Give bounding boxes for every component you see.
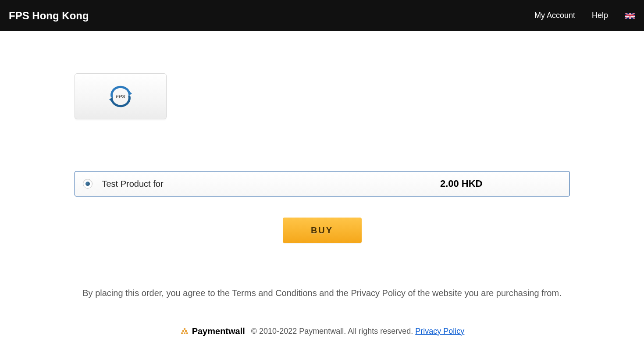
buy-button[interactable]: BUY [283,218,362,243]
svg-rect-5 [182,330,184,332]
product-name-label: Test Product for [102,179,440,189]
radio-selected-icon [85,182,90,186]
product-price-label: 2.00 HKD [440,178,483,189]
help-link[interactable]: Help [592,11,608,20]
svg-rect-8 [184,332,185,334]
copyright-label: © 2010-2022 Paymentwall. All rights rese… [251,327,413,336]
uk-flag-icon[interactable] [625,13,635,19]
footer: Paymentwall © 2010-2022 Paymentwall. All… [75,326,570,336]
svg-rect-7 [181,332,183,334]
paymentwall-brand-label: Paymentwall [192,326,245,336]
paymentwall-logo-icon [180,328,189,335]
svg-rect-9 [186,332,188,334]
product-option-row[interactable]: Test Product for 2.00 HKD [75,171,570,196]
header: FPS Hong Kong My Account Help [0,0,644,31]
payment-method-card[interactable]: FPS [75,73,167,119]
buy-button-container: BUY [75,218,570,243]
radio-button[interactable] [83,179,93,189]
header-nav: My Account Help [534,11,635,20]
copyright-text: © 2010-2022 Paymentwall. All rights rese… [251,327,465,336]
svg-rect-6 [185,330,187,332]
fps-logo-icon: FPS [107,86,134,107]
svg-rect-4 [184,328,185,330]
my-account-link[interactable]: My Account [534,11,575,20]
page-title: FPS Hong Kong [9,10,89,22]
svg-marker-1 [128,91,132,96]
main-content: FPS Test Product for 2.00 HKD BUY By pla… [75,73,570,336]
svg-text:FPS: FPS [116,94,125,99]
paymentwall-logo: Paymentwall [180,326,245,336]
svg-marker-2 [109,97,113,102]
disclaimer-text: By placing this order, you agree to the … [75,287,570,299]
privacy-policy-link[interactable]: Privacy Policy [415,327,464,336]
